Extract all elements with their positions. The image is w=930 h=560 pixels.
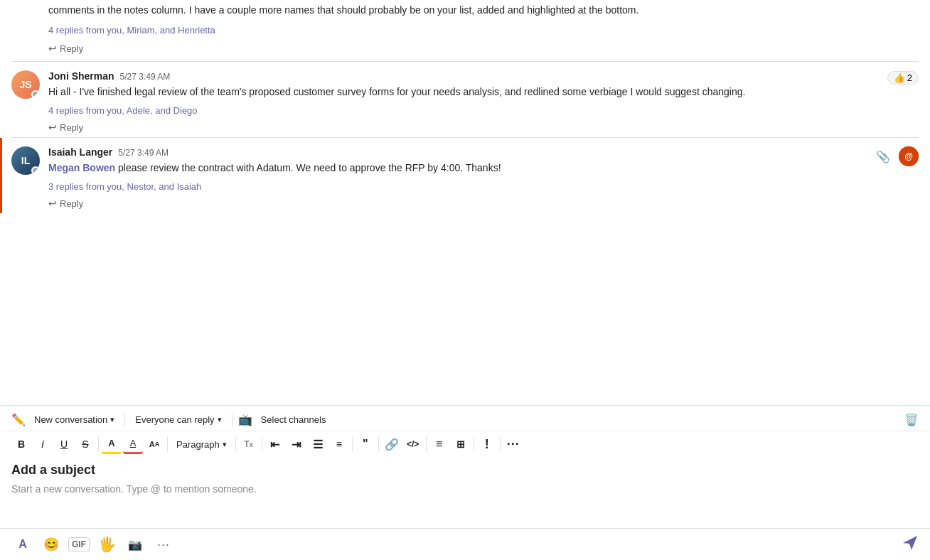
top-bar-divider-1 bbox=[124, 413, 125, 427]
more-actions-btn[interactable]: ··· bbox=[152, 533, 175, 556]
important-btn[interactable]: ! bbox=[477, 434, 497, 454]
avatar-isaiah: IL bbox=[11, 146, 40, 175]
avatar-status-joni bbox=[31, 90, 40, 99]
more-formatting-btn[interactable]: ··· bbox=[503, 434, 523, 454]
bullets-btn[interactable]: ☰ bbox=[308, 434, 328, 454]
edit-icon: ✏️ bbox=[11, 413, 26, 426]
numbers-btn[interactable]: ≡ bbox=[329, 434, 349, 454]
tb-divider-9 bbox=[500, 437, 501, 451]
reaction-badge-joni[interactable]: 👍 2 bbox=[887, 71, 919, 85]
gif-btn[interactable]: GIF bbox=[68, 537, 90, 551]
composer: ✏️ New conversation ▾ Everyone can reply… bbox=[0, 405, 930, 560]
body-field[interactable]: Start a new conversation. Type @ to ment… bbox=[11, 483, 919, 495]
font-style-btn[interactable]: A bbox=[11, 533, 34, 556]
font-color-btn[interactable]: A bbox=[123, 434, 143, 454]
tb-divider-2 bbox=[167, 437, 168, 451]
message-isaiah: IL Isaiah Langer 5/27 3:49 AM Megan Bowe… bbox=[0, 138, 930, 213]
attachment-icon-isaiah[interactable]: 📎 bbox=[873, 146, 893, 166]
top-replies-link[interactable]: 4 replies from you, Miriam, and Henriett… bbox=[0, 23, 930, 40]
avatar-status-isaiah bbox=[31, 166, 40, 175]
mention-top-icon[interactable]: @ bbox=[899, 146, 919, 166]
link-btn[interactable]: 🔗 bbox=[382, 434, 402, 454]
top-reply-button[interactable]: ↩ Reply bbox=[0, 41, 930, 61]
at-icon-top[interactable]: @ bbox=[899, 146, 919, 166]
quote-btn[interactable]: " bbox=[356, 434, 375, 454]
everyone-can-reply-btn[interactable]: Everyone can reply ▾ bbox=[131, 411, 225, 428]
top-bar-divider-2 bbox=[232, 413, 232, 427]
select-channels-btn[interactable]: Select channels bbox=[257, 411, 331, 428]
font-size-btn[interactable]: AA bbox=[144, 434, 164, 454]
reaction-emoji-joni: 👍 bbox=[894, 72, 905, 83]
table-btn[interactable]: ⊞ bbox=[451, 434, 471, 454]
select-channels-label: Select channels bbox=[261, 414, 326, 425]
sender-name-joni: Joni Sherman bbox=[48, 70, 114, 82]
strikethrough-btn[interactable]: S bbox=[75, 434, 95, 454]
clear-format-btn[interactable]: Tx bbox=[239, 434, 259, 454]
paragraph-chevron: ▾ bbox=[223, 440, 227, 449]
replies-count-top[interactable]: 4 replies from you, Miriam, and Henriett… bbox=[48, 25, 215, 36]
paragraph-label: Paragraph bbox=[176, 439, 220, 450]
continuation-text: comments in the notes column. I have a c… bbox=[0, 0, 930, 23]
replies-isaiah[interactable]: 3 replies from you, Nestor, and Isaiah bbox=[48, 180, 867, 195]
reply-btn-top[interactable]: ↩ Reply bbox=[48, 41, 919, 55]
replies-joni[interactable]: 4 replies from you, Adele, and Diego bbox=[48, 104, 919, 119]
reply-arrow-icon-joni: ↩ bbox=[48, 122, 57, 133]
channels-icon: 📺 bbox=[238, 413, 252, 426]
outdent-btn[interactable]: ⇤ bbox=[265, 434, 285, 454]
underline-btn[interactable]: U bbox=[54, 434, 74, 454]
message-content-isaiah: Isaiah Langer 5/27 3:49 AM Megan Bowen p… bbox=[48, 146, 867, 210]
reply-label-joni: Reply bbox=[60, 122, 83, 133]
message-meta-joni: Joni Sherman 5/27 3:49 AM bbox=[48, 70, 170, 82]
video-clip-btn[interactable]: 📷 bbox=[124, 533, 146, 556]
sticker-btn[interactable]: 🖐 bbox=[95, 533, 118, 556]
send-icon bbox=[902, 534, 919, 551]
new-conversation-btn[interactable]: New conversation ▾ bbox=[30, 411, 119, 428]
indent-btn[interactable]: ⇥ bbox=[287, 434, 306, 454]
reply-btn-joni[interactable]: ↩ Reply bbox=[48, 120, 919, 134]
message-meta-isaiah: Isaiah Langer 5/27 3:49 AM bbox=[48, 146, 867, 158]
reply-btn-isaiah[interactable]: ↩ Reply bbox=[48, 196, 867, 210]
tb-divider-4 bbox=[262, 437, 262, 451]
code-btn[interactable]: </> bbox=[403, 434, 423, 454]
message-time-isaiah: 5/27 3:49 AM bbox=[118, 148, 169, 158]
paragraph-select[interactable]: Paragraph ▾ bbox=[171, 438, 232, 451]
composer-top-bar: ✏️ New conversation ▾ Everyone can reply… bbox=[0, 406, 930, 431]
message-header-joni: Joni Sherman 5/27 3:49 AM 👍 2 bbox=[48, 70, 919, 85]
message-content-joni: Joni Sherman 5/27 3:49 AM 👍 2 Hi all - I… bbox=[48, 70, 919, 134]
reply-arrow-icon-isaiah: ↩ bbox=[48, 198, 57, 209]
bold-btn[interactable]: B bbox=[11, 434, 31, 454]
send-button[interactable] bbox=[902, 534, 919, 555]
italic-btn[interactable]: I bbox=[33, 434, 53, 454]
replies-count-joni[interactable]: 4 replies from you, Adele, and Diego bbox=[48, 105, 198, 116]
message-text-isaiah-body: please review the contract with Adatum. … bbox=[115, 162, 501, 173]
new-conversation-chevron: ▾ bbox=[110, 415, 114, 424]
emoji-btn[interactable]: 😊 bbox=[40, 533, 63, 556]
composer-top-right: 🗑️ bbox=[904, 413, 919, 426]
mention-megan[interactable]: Megan Bowen bbox=[48, 162, 115, 173]
tb-divider-1 bbox=[98, 437, 99, 451]
message-time-joni: 5/27 3:49 AM bbox=[120, 72, 171, 82]
highlight-btn[interactable]: A bbox=[102, 434, 122, 454]
replies-count-isaiah[interactable]: 3 replies from you, Nestor, and Isaiah bbox=[48, 181, 201, 192]
message-text-joni: Hi all - I've finished legal review of t… bbox=[48, 85, 919, 99]
tb-divider-8 bbox=[474, 437, 474, 451]
chat-area: comments in the notes column. I have a c… bbox=[0, 0, 930, 405]
tb-divider-5 bbox=[352, 437, 353, 451]
subject-field[interactable]: Add a subject bbox=[11, 463, 919, 478]
reply-label-isaiah: Reply bbox=[60, 198, 83, 209]
tb-divider-7 bbox=[426, 437, 427, 451]
bottom-toolbar: A 😊 GIF 🖐 📷 ··· bbox=[0, 528, 930, 560]
discard-btn[interactable]: 🗑️ bbox=[904, 414, 919, 426]
align-btn[interactable]: ≡ bbox=[429, 434, 449, 454]
message-joni: JS Joni Sherman 5/27 3:49 AM 👍 2 Hi all … bbox=[0, 62, 930, 137]
sender-name-isaiah: Isaiah Langer bbox=[48, 146, 112, 158]
everyone-can-reply-label: Everyone can reply bbox=[135, 414, 214, 425]
avatar-joni: JS bbox=[11, 70, 40, 99]
message-text-isaiah: Megan Bowen please review the contract w… bbox=[48, 161, 867, 176]
reply-label-top: Reply bbox=[60, 43, 83, 54]
tb-divider-3 bbox=[235, 437, 236, 451]
tb-divider-6 bbox=[378, 437, 379, 451]
editor-area[interactable]: Add a subject Start a new conversation. … bbox=[0, 457, 930, 528]
formatting-toolbar: B I U S A A AA Paragraph ▾ Tx ⇤ ⇥ ☰ ≡ " … bbox=[0, 431, 930, 457]
reply-arrow-icon: ↩ bbox=[48, 43, 57, 54]
